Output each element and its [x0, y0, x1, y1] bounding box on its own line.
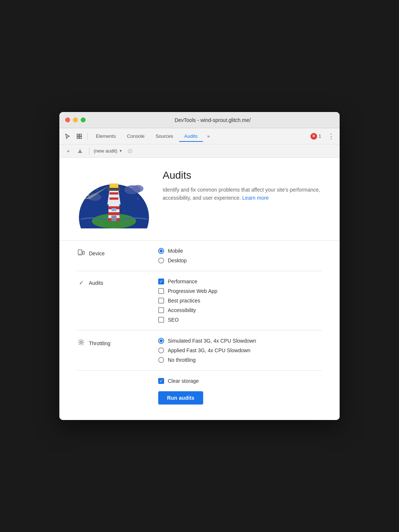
- svg-rect-23: [110, 197, 118, 200]
- throttling-applied3g-label: Applied Fast 3G, 4x CPU Slowdown: [168, 347, 250, 353]
- audit-pwa-checkbox[interactable]: [158, 288, 164, 294]
- error-icon: ✕: [310, 133, 317, 140]
- learn-more-link[interactable]: Learn more: [242, 195, 269, 201]
- svg-rect-0: [77, 134, 79, 136]
- throttling-fast3g-radio[interactable]: [158, 338, 164, 344]
- device-mobile-option[interactable]: Mobile: [158, 248, 322, 254]
- maximize-button[interactable]: [81, 118, 86, 122]
- svg-rect-1: [80, 134, 81, 136]
- throttling-options: Simulated Fast 3G, 4x CPU Slowdown Appli…: [158, 338, 322, 363]
- svg-rect-26: [107, 188, 121, 189]
- traffic-lights: [65, 118, 86, 122]
- close-button[interactable]: [65, 118, 70, 122]
- svg-point-10: [97, 189, 98, 190]
- device-desktop-option[interactable]: Desktop: [158, 258, 322, 263]
- throttling-applied3g-option[interactable]: Applied Fast 3G, 4x CPU Slowdown: [158, 347, 322, 353]
- audit-bestpractices-label: Best practices: [168, 298, 200, 304]
- audit-performance-checkbox[interactable]: ✓: [158, 279, 164, 284]
- svg-rect-2: [77, 137, 79, 139]
- audits-label-text: Audits: [89, 280, 103, 286]
- throttling-fast3g-option[interactable]: Simulated Fast 3G, 4x CPU Slowdown: [158, 338, 322, 344]
- throttling-applied3g-radio[interactable]: [158, 347, 164, 353]
- svg-point-14: [132, 185, 143, 192]
- svg-rect-30: [83, 251, 84, 254]
- audit-pwa-option[interactable]: Progressive Web App: [158, 288, 322, 294]
- svg-rect-27: [111, 216, 117, 221]
- lighthouse-illustration: [77, 169, 151, 228]
- add-audit-button[interactable]: +: [64, 147, 73, 155]
- audits-section: ✓ Audits ✓ Performance Progressive Web A…: [77, 271, 322, 330]
- dropdown-arrow-icon: ▼: [119, 149, 122, 153]
- sub-toolbar: + (new audit) ▼ ⊘: [59, 144, 340, 158]
- audit-performance-option[interactable]: ✓ Performance: [158, 279, 322, 284]
- device-desktop-radio[interactable]: [158, 258, 164, 263]
- devtools-window: DevTools - wind-sprout.glitch.me/ Elemen…: [59, 112, 340, 420]
- audit-accessibility-option[interactable]: Accessibility: [158, 307, 322, 313]
- svg-rect-3: [80, 137, 81, 139]
- device-options: Mobile Desktop: [158, 248, 322, 263]
- audit-seo-option[interactable]: SEO: [158, 317, 322, 323]
- audits-options: ✓ Performance Progressive Web App Best p…: [158, 279, 322, 323]
- clear-storage-option[interactable]: ✓ Clear storage: [77, 378, 322, 384]
- audit-bestpractices-option[interactable]: Best practices: [158, 298, 322, 304]
- window-title: DevTools - wind-sprout.glitch.me/: [91, 117, 334, 123]
- device-label: Device: [77, 248, 158, 258]
- throttling-section: Throttling Simulated Fast 3G, 4x CPU Slo…: [77, 330, 322, 371]
- clear-storage-checkbox[interactable]: ✓: [158, 378, 164, 384]
- audit-selector[interactable]: (new audit) ▼: [94, 148, 122, 154]
- hero-description: Identify and fix common problems that af…: [163, 186, 322, 202]
- more-tabs-button[interactable]: »: [204, 132, 213, 140]
- audit-seo-label: SEO: [168, 317, 179, 323]
- titlebar: DevTools - wind-sprout.glitch.me/: [59, 112, 340, 128]
- main-content: Audits Identify and fix common problems …: [59, 158, 340, 420]
- block-button[interactable]: ⊘: [125, 147, 134, 155]
- clear-storage-label: Clear storage: [168, 378, 199, 384]
- throttling-label: Throttling: [77, 338, 158, 348]
- tab-console[interactable]: Console: [122, 131, 150, 142]
- download-button[interactable]: [76, 147, 84, 155]
- audit-accessibility-label: Accessibility: [168, 307, 196, 313]
- tab-audits[interactable]: Audits: [179, 131, 203, 142]
- audit-select-label: (new audit): [94, 148, 117, 154]
- tab-elements[interactable]: Elements: [91, 131, 121, 142]
- svg-point-9: [88, 195, 89, 196]
- bottom-section: ✓ Clear storage Run audits: [77, 371, 322, 408]
- svg-point-6: [103, 178, 104, 179]
- audit-seo-checkbox[interactable]: [158, 317, 164, 323]
- error-badge: ✕ 1: [310, 133, 321, 140]
- throttling-fast3g-label: Simulated Fast 3G, 4x CPU Slowdown: [168, 338, 256, 344]
- throttling-none-label: No throttling: [168, 357, 195, 363]
- error-count: 1: [319, 133, 321, 139]
- sub-toolbar-divider: [89, 147, 89, 155]
- minimize-button[interactable]: [73, 118, 78, 122]
- hero-text: Audits Identify and fix common problems …: [163, 169, 322, 202]
- hero-title: Audits: [163, 169, 322, 181]
- device-label-text: Device: [89, 251, 105, 256]
- run-audits-button[interactable]: Run audits: [158, 391, 203, 405]
- svg-point-7: [133, 180, 135, 181]
- inspect-icon[interactable]: [74, 131, 84, 141]
- device-mobile-label: Mobile: [168, 248, 183, 254]
- throttling-none-option[interactable]: No throttling: [158, 357, 322, 363]
- svg-rect-25: [110, 183, 118, 188]
- device-desktop-label: Desktop: [168, 258, 187, 263]
- audit-bestpractices-checkbox[interactable]: [158, 298, 164, 304]
- hero-section: Audits Identify and fix common problems …: [77, 169, 322, 228]
- throttling-none-radio[interactable]: [158, 357, 164, 363]
- tab-toolbar: Elements Console Sources Audits » ✕ 1 ⋮: [59, 128, 340, 144]
- device-mobile-radio[interactable]: [158, 248, 164, 254]
- svg-rect-28: [112, 208, 116, 211]
- audits-label: ✓ Audits: [77, 279, 158, 286]
- cursor-icon[interactable]: [62, 131, 73, 141]
- svg-marker-21: [107, 190, 121, 204]
- svg-point-5: [91, 183, 93, 185]
- toolbar-divider: [87, 133, 88, 140]
- throttling-label-text: Throttling: [89, 340, 110, 346]
- tab-sources[interactable]: Sources: [150, 131, 178, 142]
- checkmark-icon: ✓: [77, 279, 85, 286]
- audit-performance-label: Performance: [168, 279, 197, 284]
- svg-rect-19: [108, 212, 119, 215]
- device-icon: [77, 249, 85, 258]
- kebab-menu[interactable]: ⋮: [326, 131, 337, 142]
- audit-accessibility-checkbox[interactable]: [158, 307, 164, 313]
